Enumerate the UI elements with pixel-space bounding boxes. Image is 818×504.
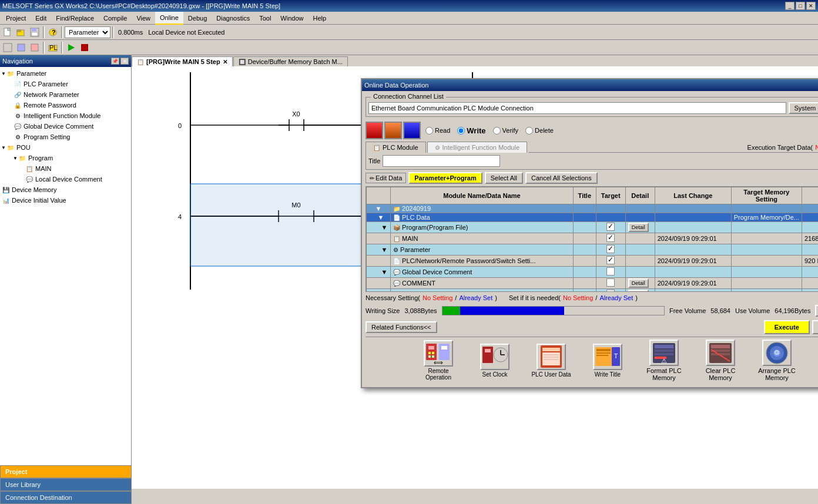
program-icon: 📁 [18,153,27,163]
radio-write[interactable]: Write [457,126,485,135]
func-write-title[interactable]: T Write Title [584,344,631,378]
svg-text:⚠: ⚠ [661,357,667,364]
menu-bar: Project Edit Find/Replace Compile View O… [0,12,818,25]
nav-pin-btn[interactable]: 📌 [111,58,119,65]
func-set-clock[interactable]: Set Clock [471,344,518,378]
tree-item-intelligent-module[interactable]: ⚙ Intelligent Function Module [1,110,130,121]
svg-rect-19 [432,352,434,354]
run-btn[interactable] [65,41,78,54]
menu-debug[interactable]: Debug [183,12,212,25]
tab-device-buffer[interactable]: 🔲 Device/Buffer Memory Batch M... [233,56,348,66]
tb2-btn1[interactable] [1,41,14,54]
tab-close-btn[interactable]: ✕ [223,59,227,65]
target-checkbox-main[interactable] [606,234,615,242]
table-row[interactable]: ▼ ⚙ Parameter [367,244,819,256]
connection-input[interactable] [368,102,786,114]
intelligent-module-tab[interactable]: ⚙ Intelligent Function Module [427,142,527,153]
target-checkbox-network[interactable] [606,256,615,264]
refresh-btn[interactable]: Refresh [815,305,818,317]
table-row[interactable]: 📄 PLC/Network/Remote Password/Switch Set… [367,256,819,267]
target-checkbox[interactable] [606,223,615,231]
menu-view[interactable]: View [132,12,155,25]
table-row[interactable]: ▼ 📁 20240919 [367,204,819,213]
related-functions-btn[interactable]: Related Functions<< [366,321,437,333]
menu-tool[interactable]: Tool [254,12,276,25]
menu-online[interactable]: Online [155,12,183,25]
nav-close-btn[interactable]: ✕ [120,58,129,65]
comment-detail-btn[interactable]: Detail [628,278,649,288]
tree-item-device-initial-value[interactable]: 📊 Device Initial Value [1,195,130,206]
nav-title: Navigation [2,58,33,65]
tree-item-local-device-comment[interactable]: 💬 Local Device Comment [1,174,130,184]
menu-window[interactable]: Window [276,12,308,25]
table-row[interactable]: 💬 COMMENT Detail 2024/09/19 09:29:01 [367,278,819,289]
detail-btn[interactable]: Detail [628,223,649,232]
plc-module-tab[interactable]: 📋 PLC Module [366,142,426,153]
tree-item-plc-param[interactable]: 📄 PLC Parameter [1,79,130,89]
save-btn[interactable] [28,26,41,39]
menu-find-replace[interactable]: Find/Replace [51,12,99,25]
arrange-memory-icon: ⚙ [762,340,792,366]
menu-project[interactable]: Project [1,12,31,25]
tree-item-pou[interactable]: ▼ 📁 POU [1,142,130,153]
title-input[interactable] [383,155,500,167]
minimize-btn[interactable]: _ [785,2,794,10]
table-header: Module Name/Data Name Title Target Detai… [367,187,819,204]
svg-rect-20 [428,355,431,358]
table-row[interactable]: ▼ 📦 Program(Program File) Detail [367,222,819,233]
plc-icon-orange [384,122,402,139]
project-tab[interactable]: Project [0,465,132,478]
parameter-dropdown[interactable]: Parameter [65,26,110,38]
tree-item-program[interactable]: ▼ 📁 Program [1,153,130,163]
tree-item-remote-password[interactable]: 🔒 Remote Password [1,100,130,110]
open-btn[interactable] [15,26,28,39]
new-btn[interactable] [1,26,14,39]
table-row[interactable]: 📋 MAIN 2024/09/19 09:29:01 2168 Bytes [367,233,819,244]
target-checkbox-comment[interactable] [606,278,615,287]
nav-header: Navigation 📌 ✕ [0,55,131,67]
tb2-btn3[interactable] [28,41,41,54]
func-clear-memory[interactable]: Clear PLC Memory [697,340,744,381]
tree-item-device-memory[interactable]: 💾 Device Memory [1,184,130,195]
func-remote-operation[interactable]: ⟺ Remote Operation [415,340,462,381]
mode-icons [366,122,421,139]
func-plc-user-data[interactable]: PLC User Data [528,344,575,378]
tree-item-main[interactable]: 📋 MAIN [1,163,130,174]
tab-prg-main[interactable]: 📋 [PRG]Write MAIN 5 Step ✕ [132,56,233,66]
table-row[interactable]: ▼ 📄 PLC Data Program Memory/De... [367,213,819,222]
main-icon: 📋 [25,164,34,173]
select-all-btn[interactable]: Select All [485,172,523,184]
user-library-tab[interactable]: User Library [0,478,132,491]
func-arrange-memory[interactable]: ⚙ Arrange PLC Memory [753,340,800,381]
execute-btn[interactable]: Execute [764,320,810,334]
tree-item-parameter[interactable]: ▼ 📁 Parameter [1,68,130,79]
close-btn[interactable]: ✕ [806,2,816,10]
tb2-btn4[interactable]: PLC [46,41,59,54]
tree-item-network-param[interactable]: 🔗 Network Parameter [1,89,130,100]
radio-verify[interactable]: Verify [493,127,519,135]
param-program-btn[interactable]: Parameter+Program [408,172,482,184]
system-image-btn[interactable]: System Image... [789,102,818,114]
maximize-btn[interactable]: □ [796,2,805,10]
stop-btn[interactable] [78,41,91,54]
func-format-memory[interactable]: ⚠ Format PLC Memory [641,340,688,381]
menu-diagnostics[interactable]: Diagnostics [212,12,254,25]
cancel-all-btn[interactable]: Cancel All Selections [525,172,598,184]
menu-compile[interactable]: Compile [99,12,132,25]
edit-data-btn[interactable]: ✏ Edit Data [366,173,406,183]
radio-delete[interactable]: Delete [525,127,554,135]
radio-read[interactable]: Read [425,127,450,135]
target-checkbox-param[interactable] [606,245,615,253]
target-checkbox-gdc[interactable] [606,267,615,275]
menu-edit[interactable]: Edit [31,12,51,25]
table-row[interactable]: ▼ 💬 Global Device Comment [367,267,819,278]
menu-help[interactable]: Help [308,12,331,25]
tb2-btn2[interactable] [15,41,28,54]
help-btn[interactable]: ? [46,26,59,39]
tree-item-program-setting[interactable]: ⚙ Program Setting [1,132,130,142]
set-clock-label: Set Clock [482,371,508,378]
close-btn[interactable]: Close [812,320,818,334]
connection-destination-tab[interactable]: Connection Destination [0,491,132,504]
mode-section: Read Write Verify [366,119,818,142]
tree-item-global-device-comment[interactable]: 💬 Global Device Comment [1,121,130,132]
